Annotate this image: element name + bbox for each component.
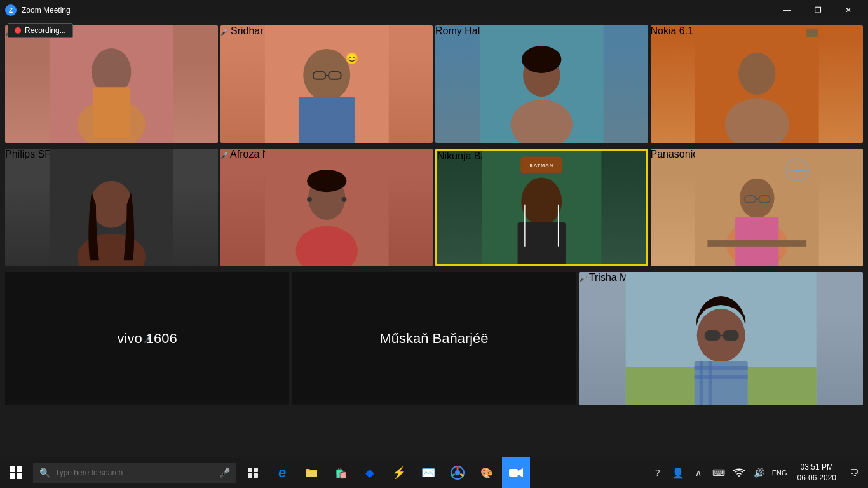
window-controls: — ❐ ✕ (773, 0, 863, 20)
tile-muskan[interactable]: Műskaň Baňarjéë (292, 272, 576, 405)
svg-rect-58 (248, 468, 252, 472)
clock[interactable]: 03:51 PM 06-06-2020 (791, 458, 843, 488)
svg-rect-56 (699, 361, 703, 405)
date-display: 06-06-2020 (797, 473, 836, 484)
recording-dot (15, 27, 21, 34)
microphone-icon: 🎤 (219, 468, 230, 478)
zoom-icon[interactable] (502, 458, 530, 488)
video-feed-pritisha (5, 25, 218, 143)
tile-trisha[interactable]: 🎤 Trisha Mondal (579, 272, 863, 405)
svg-rect-51 (722, 330, 738, 341)
video-row-3: vivo 1606 🎤 Műskaň Baňarjéë (5, 272, 863, 405)
app-icon: Z (5, 4, 17, 16)
tile-philips[interactable]: Philips SPA9080B (5, 149, 218, 266)
lightning-icon[interactable]: ⚡ (385, 458, 413, 488)
tile-nokia[interactable]: Nokia 6.1 (651, 25, 864, 143)
svg-rect-3 (93, 87, 130, 137)
svg-point-28 (341, 197, 346, 202)
tile-panasonic[interactable]: Panasonic P91 (651, 149, 864, 266)
search-input[interactable] (55, 468, 214, 477)
meeting-area: 🎤 Pritisha Bose (0, 20, 868, 458)
wifi-icon[interactable] (730, 458, 748, 488)
language-indicator[interactable]: ENG (771, 458, 789, 488)
close-button[interactable]: ✕ (834, 0, 863, 20)
task-view-button[interactable] (239, 458, 267, 488)
svg-rect-57 (708, 361, 712, 405)
video-feed-sridhar: 😊 (220, 25, 433, 143)
title-bar-left: Z Zoom Meeting (5, 4, 71, 16)
time-display: 03:51 PM (801, 462, 833, 473)
video-feed-nokia (651, 25, 864, 143)
video-feed-philips (5, 149, 218, 266)
volume-icon[interactable]: 🔊 (750, 458, 768, 488)
svg-point-17 (738, 53, 775, 95)
search-icon: 🔍 (39, 468, 50, 478)
svg-rect-60 (248, 473, 252, 478)
video-feed-muskan: Műskaň Baňarjéë (292, 272, 576, 405)
edge-icon[interactable]: e (268, 458, 296, 488)
keyboard-icon[interactable]: ⌨ (710, 458, 728, 488)
svg-point-32 (521, 177, 562, 225)
dropbox-icon[interactable]: ◆ (356, 458, 384, 488)
recording-badge: Recording... (8, 23, 73, 38)
svg-point-26 (307, 170, 346, 192)
svg-text:BATMAN: BATMAN (529, 163, 553, 168)
search-bar[interactable]: 🔍 🎤 (33, 463, 236, 483)
video-feed-nikunja: BATMAN (437, 151, 646, 264)
store-icon[interactable]: 🛍️ (327, 458, 355, 488)
people-icon[interactable]: 👤 (669, 458, 687, 488)
video-row-1: 🎤 Pritisha Bose (5, 25, 863, 143)
taskbar: 🔍 🎤 e 🛍️ ◆ ⚡ ✉️ (0, 458, 868, 488)
start-button[interactable] (0, 458, 32, 488)
video-feed-trisha (579, 272, 863, 405)
maximize-button[interactable]: ❐ (803, 0, 832, 20)
video-feed-vivo: vivo 1606 (5, 272, 289, 405)
svg-point-15 (522, 46, 561, 73)
svg-point-21 (90, 181, 132, 228)
svg-marker-66 (518, 468, 523, 477)
minimize-button[interactable]: — (773, 0, 802, 20)
svg-rect-59 (254, 468, 258, 472)
svg-rect-19 (806, 29, 818, 37)
svg-rect-65 (509, 469, 518, 477)
muskan-name: Műskaň Baňarjéë (379, 330, 488, 347)
color-palette-icon[interactable]: 🎨 (473, 458, 501, 488)
svg-rect-7 (299, 97, 355, 143)
video-feed-romy (435, 25, 648, 143)
video-feed-afroza (220, 149, 433, 266)
video-row-2: Philips SPA9080B 🎤 Afroza Nasrin (5, 149, 863, 266)
svg-rect-61 (254, 473, 258, 478)
svg-rect-62 (306, 471, 317, 477)
tile-nikunja[interactable]: BATMAN Nikunja Baidya (435, 149, 648, 266)
chrome-icon[interactable] (444, 458, 471, 488)
tile-afroza[interactable]: 🎤 Afroza Nasrin (220, 149, 433, 266)
tile-vivo[interactable]: vivo 1606 🎤 (5, 272, 289, 405)
windows-logo (10, 466, 22, 479)
tile-pritisha[interactable]: 🎤 Pritisha Bose (5, 25, 218, 143)
svg-point-64 (455, 470, 460, 475)
tile-sridhar[interactable]: 😊 🎤 Sridhar Chatterjee (220, 25, 433, 143)
video-feed-panasonic (651, 149, 864, 266)
svg-text:😊: 😊 (345, 51, 359, 65)
help-icon[interactable]: ? (649, 458, 667, 488)
title-bar: Z Zoom Meeting — ❐ ✕ (0, 0, 868, 20)
mail-icon[interactable]: ✉️ (414, 458, 442, 488)
tile-romy[interactable]: Romy Halder (435, 25, 648, 143)
vivo-name: vivo 1606 (118, 330, 177, 347)
recording-label: Recording... (25, 26, 66, 35)
svg-rect-46 (707, 240, 806, 247)
file-explorer-icon[interactable] (297, 458, 325, 488)
taskbar-icons: e 🛍️ ◆ ⚡ ✉️ 🎨 (239, 458, 530, 488)
svg-rect-50 (704, 330, 720, 341)
notification-icon[interactable]: 🗨 (845, 458, 863, 488)
title-text: Zoom Meeting (22, 6, 71, 15)
svg-point-27 (307, 197, 312, 202)
system-tray: ? 👤 ∧ ⌨ 🔊 ENG 03:51 PM 06-06-2020 🗨 (649, 458, 868, 488)
chevron-up-icon[interactable]: ∧ (689, 458, 707, 488)
